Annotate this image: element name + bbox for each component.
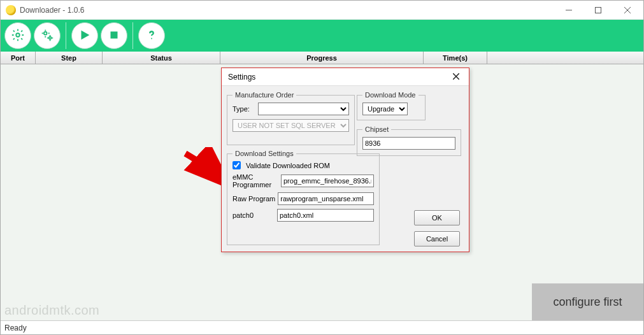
window-controls <box>554 1 642 20</box>
client-area: Settings Manufacture Order Type: <box>1 64 643 320</box>
ok-button[interactable]: OK <box>414 210 460 225</box>
header-time[interactable]: Time(s) <box>424 52 487 64</box>
svg-point-5 <box>151 38 152 39</box>
validate-rom-checkbox[interactable] <box>233 161 241 169</box>
header-progress[interactable]: Progress <box>220 52 424 64</box>
header-step[interactable]: Step <box>36 52 103 64</box>
header-port[interactable]: Port <box>1 52 36 64</box>
gear-icon <box>11 28 25 43</box>
download-mode-select[interactable]: Upgrade <box>362 103 408 115</box>
patch0-label: patch0 <box>233 211 275 219</box>
header-end <box>487 52 643 64</box>
chipset-input[interactable] <box>362 137 455 150</box>
dialog-body: Manufacture Order Type: USER NOT SET SQL… <box>222 86 469 252</box>
emmc-input[interactable] <box>281 175 374 187</box>
sql-server-select: USER NOT SET SQL SERVER <box>233 119 349 132</box>
svg-point-1 <box>16 33 20 37</box>
manufacture-order-group: Manufacture Order Type: USER NOT SET SQL… <box>227 91 355 145</box>
minimize-button[interactable] <box>554 1 583 20</box>
status-text: Ready <box>4 324 27 332</box>
stop-icon <box>107 28 121 43</box>
column-headers: Port Step Status Progress Time(s) <box>1 52 643 64</box>
emmc-label: eMMC Programmer <box>233 173 278 189</box>
dialog-close-button[interactable] <box>447 70 465 84</box>
close-icon <box>453 73 459 82</box>
help-button[interactable] <box>138 22 165 49</box>
settings-button[interactable] <box>4 22 31 49</box>
maximize-button[interactable] <box>583 1 613 20</box>
help-icon <box>145 28 159 43</box>
configure-callout: configure first <box>532 283 643 320</box>
gears-icon <box>40 28 54 43</box>
download-settings-group: Download Settings Validate Downloaded RO… <box>227 150 380 245</box>
cancel-button[interactable]: Cancel <box>414 231 460 246</box>
type-label: Type: <box>233 105 255 113</box>
window-title: Downloader - 1.0.6 <box>20 6 84 15</box>
chipset-legend: Chipset <box>362 125 391 133</box>
dialog-title: Settings <box>228 73 255 82</box>
dialog-titlebar: Settings <box>222 68 469 86</box>
header-status[interactable]: Status <box>103 52 220 64</box>
type-select[interactable] <box>258 103 349 115</box>
raw-label: Raw Program <box>233 195 275 203</box>
validate-rom-label: Validate Downloaded ROM <box>246 162 330 169</box>
download-mode-group: Download Mode Upgrade <box>357 91 426 120</box>
manufacture-order-legend: Manufacture Order <box>233 91 296 99</box>
settings-dialog: Settings Manufacture Order Type: <box>221 68 469 252</box>
stop-button[interactable] <box>101 22 127 49</box>
toolbar-separator <box>66 22 66 49</box>
svg-rect-0 <box>596 7 601 13</box>
toolbar <box>1 20 643 52</box>
raw-input[interactable] <box>278 192 374 205</box>
svg-point-3 <box>49 37 52 39</box>
start-button[interactable] <box>71 22 98 49</box>
settings2-button[interactable] <box>34 22 61 49</box>
toolbar-separator <box>132 22 133 49</box>
app-window: Downloader - 1.0.6 <box>0 0 644 335</box>
download-mode-legend: Download Mode <box>362 91 419 99</box>
titlebar: Downloader - 1.0.6 <box>1 1 643 20</box>
patch0-input[interactable] <box>277 209 374 222</box>
svg-rect-4 <box>111 32 118 39</box>
play-icon <box>78 28 92 43</box>
statusbar: Ready <box>1 320 643 334</box>
app-icon <box>6 5 16 15</box>
download-settings-legend: Download Settings <box>233 150 296 157</box>
close-button[interactable] <box>613 1 642 20</box>
svg-point-2 <box>44 32 47 35</box>
